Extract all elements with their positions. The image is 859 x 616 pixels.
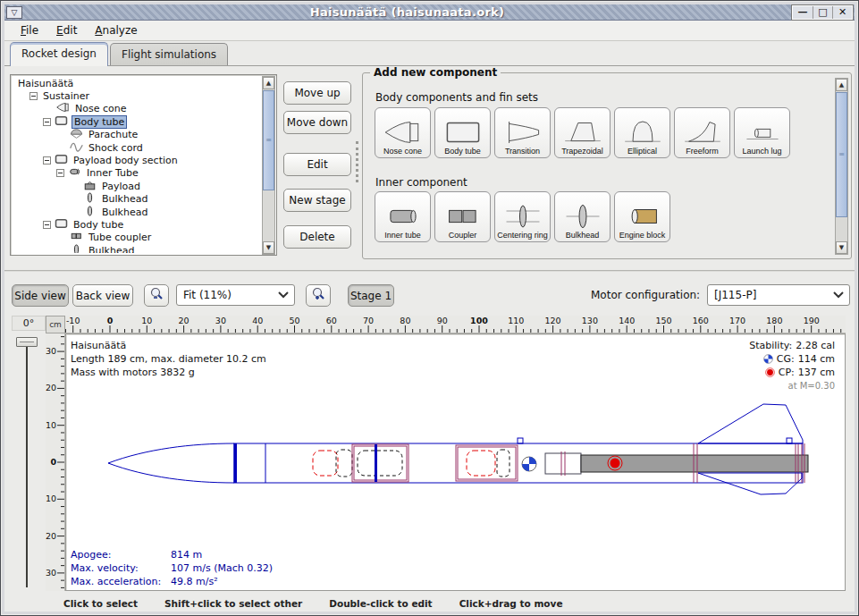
add-inner-tube-button[interactable]: Inner tube bbox=[375, 191, 431, 242]
zoom-level-select[interactable]: Fit (11%) bbox=[176, 284, 295, 306]
maximize-button[interactable]: □ bbox=[813, 6, 832, 19]
add-launch-lug-button[interactable]: Launch lug bbox=[734, 107, 790, 158]
tree-scrollbar-thumb[interactable]: ≡ bbox=[263, 90, 274, 190]
tree-item-bulkhead[interactable]: Bulkhead bbox=[13, 206, 261, 218]
tree-item-sustainer[interactable]: Sustainer bbox=[13, 89, 261, 102]
scroll-up-icon[interactable]: ▲ bbox=[263, 77, 274, 89]
payload-icon bbox=[83, 180, 97, 190]
tree-item-shock-cord[interactable]: Shock cord bbox=[13, 141, 261, 154]
delete-button[interactable]: Delete bbox=[283, 225, 351, 249]
cp-label: CP: bbox=[779, 366, 795, 379]
add-elliptical-button[interactable]: Elliptical bbox=[614, 107, 670, 158]
tree-expander-icon[interactable] bbox=[56, 169, 64, 177]
rocket-info-text: HaisunäätäLength 189 cm, max. diameter 1… bbox=[71, 339, 266, 379]
tree-item-tube-coupler[interactable]: Tube coupler bbox=[13, 232, 261, 244]
palette-scrollbar-thumb[interactable]: ≡ bbox=[836, 92, 847, 217]
mach-condition-label: at M=0.30 bbox=[749, 379, 835, 392]
add-body-tube-button[interactable]: Body tube bbox=[434, 107, 491, 158]
tree-scrollbar[interactable]: ▲ ≡ ▼ bbox=[262, 76, 275, 255]
flight-stats: Apogee:814 mMax. velocity:107 m/s (Mach … bbox=[71, 548, 273, 588]
rotation-slider-handle[interactable] bbox=[16, 337, 38, 347]
side-view-button[interactable]: Side view bbox=[12, 284, 69, 307]
innertube-icon bbox=[383, 203, 423, 230]
component-tree: HaisunäätäSustainerNose coneBody tubePar… bbox=[13, 77, 261, 253]
ruler-unit-label: cm bbox=[46, 316, 65, 333]
add-transition-button[interactable]: Transition bbox=[494, 107, 551, 158]
status-hint: Click to select bbox=[63, 598, 138, 609]
scroll-down-icon[interactable]: ▼ bbox=[836, 241, 847, 254]
svg-text:-10: -10 bbox=[46, 420, 56, 430]
cg-legend-icon bbox=[763, 354, 773, 364]
menu-item-analyze[interactable]: Analyze bbox=[86, 22, 146, 38]
tree-expander-icon[interactable] bbox=[43, 118, 51, 126]
tree-item-haisunäätä[interactable]: Haisunäätä bbox=[13, 77, 261, 89]
cg-marker-icon bbox=[522, 457, 536, 471]
window-controls: — □ ✕ bbox=[792, 5, 853, 20]
rocket-info-line: Mass with motors 3832 g bbox=[71, 366, 266, 379]
tree-item-body-tube[interactable]: Body tube bbox=[13, 115, 261, 128]
tree-item-nose-cone[interactable]: Nose cone bbox=[13, 103, 261, 115]
move-up-button[interactable]: Move up bbox=[283, 81, 351, 105]
add-freeform-button[interactable]: Freeform bbox=[674, 107, 730, 158]
minimize-button[interactable]: — bbox=[793, 6, 813, 19]
zoom-out-button[interactable] bbox=[144, 284, 169, 307]
tree-item-bulkhead[interactable]: Bulkhead bbox=[13, 193, 261, 206]
engine-icon bbox=[623, 203, 662, 230]
tab-rocket-design[interactable]: Rocket design bbox=[10, 42, 108, 66]
cg-label: CG: bbox=[777, 352, 795, 366]
svg-text:10: 10 bbox=[141, 316, 152, 325]
stage-1-toggle[interactable]: Stage 1 bbox=[348, 284, 394, 307]
add-centering-ring-button[interactable]: Centering ring bbox=[494, 191, 551, 242]
tree-item-payload[interactable]: Payload bbox=[13, 180, 261, 192]
coupler-icon bbox=[70, 231, 83, 241]
flight-stat-row: Max. velocity:107 m/s (Mach 0.32) bbox=[71, 561, 273, 575]
palette-scrollbar[interactable]: ▲ ≡ ▼ bbox=[835, 78, 848, 255]
svg-text:50: 50 bbox=[289, 316, 299, 325]
tree-item-payload-body-section[interactable]: Payload body section bbox=[13, 154, 261, 166]
tab-flight-simulations[interactable]: Flight simulations bbox=[110, 43, 228, 66]
tree-expander-icon[interactable] bbox=[43, 156, 51, 165]
add-engine-block-button[interactable]: Engine block bbox=[614, 191, 670, 242]
rocket-info-line: Haisunäätä bbox=[71, 339, 266, 352]
svg-text:130: 130 bbox=[582, 316, 598, 325]
bulkheadbig-icon bbox=[563, 203, 602, 230]
cp-value: 137 cm bbox=[798, 366, 835, 379]
scroll-down-icon[interactable]: ▼ bbox=[263, 241, 274, 254]
svg-text:30: 30 bbox=[46, 568, 56, 578]
tree-item-body-tube[interactable]: Body tube bbox=[13, 218, 261, 231]
zoom-in-button[interactable] bbox=[306, 284, 331, 307]
chevron-down-icon bbox=[831, 289, 846, 301]
menu-item-edit[interactable]: Edit bbox=[47, 22, 86, 38]
add-component-group: Add new component Body components and fi… bbox=[362, 72, 852, 259]
rotation-slider-track[interactable] bbox=[26, 341, 28, 587]
freeform-icon bbox=[683, 119, 722, 146]
tree-expander-icon[interactable] bbox=[43, 221, 51, 229]
close-button[interactable]: ✕ bbox=[832, 6, 852, 19]
tree-item-parachute[interactable]: Parachute bbox=[13, 129, 261, 141]
add-bulkhead-button[interactable]: Bulkhead bbox=[554, 191, 611, 242]
tree-item-inner-tube[interactable]: Inner Tube bbox=[13, 167, 261, 180]
split-handle[interactable] bbox=[356, 141, 358, 182]
move-down-button[interactable]: Move down bbox=[283, 111, 351, 134]
inner-component-label: Inner component bbox=[375, 176, 467, 189]
add-nose-cone-button[interactable]: Nose cone bbox=[375, 107, 431, 158]
bulkhead-icon bbox=[70, 244, 83, 253]
scroll-up-icon[interactable]: ▲ bbox=[836, 79, 847, 91]
tree-expander-icon[interactable] bbox=[29, 92, 38, 100]
svg-text:170: 170 bbox=[729, 316, 745, 325]
add-coupler-button[interactable]: Coupler bbox=[434, 191, 491, 242]
edit-button[interactable]: Edit bbox=[283, 153, 351, 176]
menu-item-file[interactable]: File bbox=[12, 22, 47, 38]
new-stage-button[interactable]: New stage bbox=[283, 189, 351, 212]
tree-item-bulkhead[interactable]: Bulkhead bbox=[13, 244, 261, 253]
bodytube-icon bbox=[443, 119, 483, 146]
centering-icon bbox=[503, 203, 543, 230]
add-component-title: Add new component bbox=[370, 66, 501, 79]
motor-configuration-select[interactable]: [J115-P] bbox=[707, 284, 850, 306]
trapezoidal-icon bbox=[563, 119, 602, 146]
launchlug-icon bbox=[743, 119, 782, 146]
add-trapezoidal-button[interactable]: Trapezoidal bbox=[554, 107, 611, 158]
svg-text:110: 110 bbox=[508, 316, 524, 325]
back-view-button[interactable]: Back view bbox=[72, 284, 133, 307]
window-menu-icon[interactable]: ▽ bbox=[6, 6, 22, 19]
